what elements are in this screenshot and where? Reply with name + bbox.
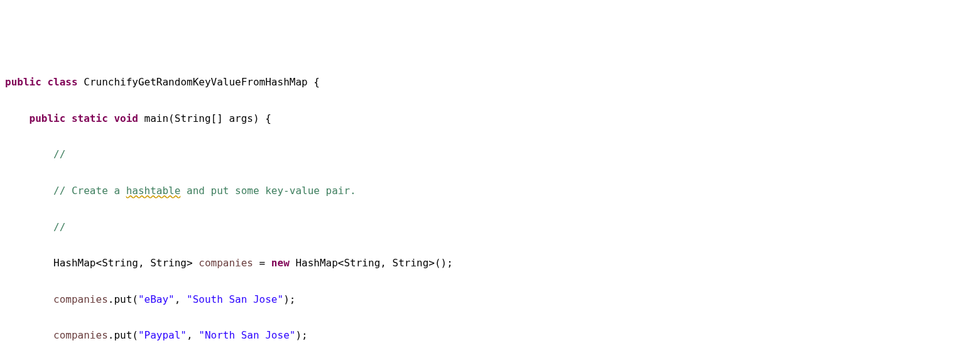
code-line-4: // Create a hashtable and put some key-v… (5, 182, 975, 200)
code-line-1: public class CrunchifyGetRandomKeyValueF… (5, 73, 975, 92)
string-literal: "North San Jose" (199, 329, 295, 341)
keyword-public: public (30, 112, 66, 124)
rest: HashMap<String, String>(); (290, 257, 453, 269)
string-literal: "eBay" (138, 293, 175, 305)
code-line-2: public static void main(String[] args) { (5, 110, 975, 128)
code-line-3: // (5, 146, 975, 164)
code-line-6: HashMap<String, String> companies = new … (5, 254, 975, 273)
keyword-class: class (47, 76, 77, 88)
code-editor: public class CrunchifyGetRandomKeyValueF… (0, 54, 980, 348)
string-literal: "Paypal" (138, 329, 187, 341)
code-line-5: // (5, 219, 975, 237)
keyword-static: static (72, 112, 108, 124)
method-name: main (144, 112, 169, 124)
variable: companies (53, 329, 108, 341)
code-line-7: companies.put("eBay", "South San Jose"); (5, 291, 975, 309)
misspelled-word: hashtable (126, 185, 181, 197)
indent (5, 112, 30, 124)
keyword-public: public (5, 76, 41, 88)
indent (5, 329, 53, 341)
string-literal: "South San Jose" (187, 293, 283, 305)
method-call: .put( (108, 329, 138, 341)
comma: , (175, 293, 187, 305)
end: ); (295, 329, 307, 341)
comment: // Create a hashtable and put some key-v… (53, 185, 356, 197)
code-line-8: companies.put("Paypal", "North San Jose"… (5, 327, 975, 345)
params: (String[] args) { (168, 112, 271, 124)
type: HashMap<String, String> (53, 257, 199, 269)
comma: , (187, 329, 199, 341)
equals: = (253, 257, 271, 269)
keyword-new: new (271, 257, 290, 269)
indent (5, 257, 53, 269)
class-name: CrunchifyGetRandomKeyValueFromHashMap (84, 76, 307, 88)
keyword-void: void (114, 112, 138, 124)
comment: // (53, 221, 65, 233)
method-call: .put( (108, 293, 138, 305)
indent (5, 221, 53, 233)
end: ); (283, 293, 295, 305)
variable: companies (53, 293, 108, 305)
indent (5, 148, 53, 160)
indent (5, 293, 53, 305)
variable: companies (199, 257, 253, 269)
comment: // (53, 148, 65, 160)
indent (5, 185, 53, 197)
brace: { (308, 76, 320, 88)
